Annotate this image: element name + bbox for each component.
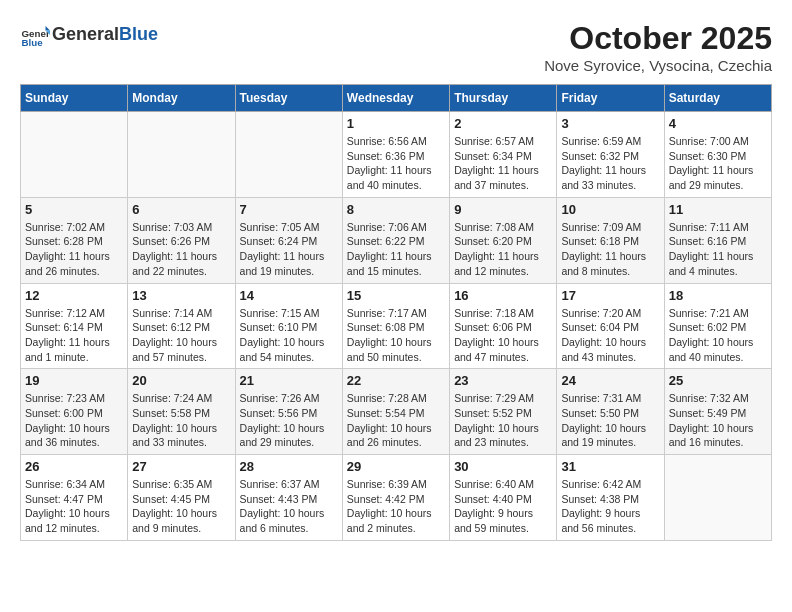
calendar-cell: 15Sunrise: 7:17 AM Sunset: 6:08 PM Dayli… — [342, 283, 449, 369]
day-number: 13 — [132, 288, 230, 303]
svg-text:Blue: Blue — [22, 37, 44, 48]
calendar-cell: 1Sunrise: 6:56 AM Sunset: 6:36 PM Daylig… — [342, 112, 449, 198]
calendar-cell: 9Sunrise: 7:08 AM Sunset: 6:20 PM Daylig… — [450, 197, 557, 283]
location: Nove Syrovice, Vysocina, Czechia — [544, 57, 772, 74]
calendar-cell: 26Sunrise: 6:34 AM Sunset: 4:47 PM Dayli… — [21, 455, 128, 541]
calendar-cell: 18Sunrise: 7:21 AM Sunset: 6:02 PM Dayli… — [664, 283, 771, 369]
calendar-cell: 22Sunrise: 7:28 AM Sunset: 5:54 PM Dayli… — [342, 369, 449, 455]
calendar-cell: 24Sunrise: 7:31 AM Sunset: 5:50 PM Dayli… — [557, 369, 664, 455]
weekday-header-saturday: Saturday — [664, 85, 771, 112]
day-number: 11 — [669, 202, 767, 217]
calendar-cell — [235, 112, 342, 198]
calendar-cell: 29Sunrise: 6:39 AM Sunset: 4:42 PM Dayli… — [342, 455, 449, 541]
day-info: Sunrise: 7:00 AM Sunset: 6:30 PM Dayligh… — [669, 134, 767, 193]
day-info: Sunrise: 7:24 AM Sunset: 5:58 PM Dayligh… — [132, 391, 230, 450]
calendar-cell: 5Sunrise: 7:02 AM Sunset: 6:28 PM Daylig… — [21, 197, 128, 283]
calendar-cell — [21, 112, 128, 198]
day-info: Sunrise: 6:59 AM Sunset: 6:32 PM Dayligh… — [561, 134, 659, 193]
day-number: 18 — [669, 288, 767, 303]
calendar-cell — [664, 455, 771, 541]
day-info: Sunrise: 7:29 AM Sunset: 5:52 PM Dayligh… — [454, 391, 552, 450]
day-info: Sunrise: 7:17 AM Sunset: 6:08 PM Dayligh… — [347, 306, 445, 365]
calendar-cell: 2Sunrise: 6:57 AM Sunset: 6:34 PM Daylig… — [450, 112, 557, 198]
calendar-cell: 31Sunrise: 6:42 AM Sunset: 4:38 PM Dayli… — [557, 455, 664, 541]
day-number: 25 — [669, 373, 767, 388]
calendar-cell: 23Sunrise: 7:29 AM Sunset: 5:52 PM Dayli… — [450, 369, 557, 455]
day-number: 17 — [561, 288, 659, 303]
logo: General Blue GeneralBlue — [20, 20, 158, 50]
day-number: 6 — [132, 202, 230, 217]
day-number: 24 — [561, 373, 659, 388]
day-number: 2 — [454, 116, 552, 131]
day-number: 3 — [561, 116, 659, 131]
day-info: Sunrise: 7:06 AM Sunset: 6:22 PM Dayligh… — [347, 220, 445, 279]
day-info: Sunrise: 7:20 AM Sunset: 6:04 PM Dayligh… — [561, 306, 659, 365]
weekday-header-friday: Friday — [557, 85, 664, 112]
day-number: 9 — [454, 202, 552, 217]
day-number: 12 — [25, 288, 123, 303]
calendar-cell: 16Sunrise: 7:18 AM Sunset: 6:06 PM Dayli… — [450, 283, 557, 369]
calendar-cell: 19Sunrise: 7:23 AM Sunset: 6:00 PM Dayli… — [21, 369, 128, 455]
day-number: 5 — [25, 202, 123, 217]
day-number: 29 — [347, 459, 445, 474]
day-info: Sunrise: 6:40 AM Sunset: 4:40 PM Dayligh… — [454, 477, 552, 536]
calendar-cell: 13Sunrise: 7:14 AM Sunset: 6:12 PM Dayli… — [128, 283, 235, 369]
day-info: Sunrise: 7:12 AM Sunset: 6:14 PM Dayligh… — [25, 306, 123, 365]
day-info: Sunrise: 7:09 AM Sunset: 6:18 PM Dayligh… — [561, 220, 659, 279]
calendar-cell: 14Sunrise: 7:15 AM Sunset: 6:10 PM Dayli… — [235, 283, 342, 369]
calendar-cell: 25Sunrise: 7:32 AM Sunset: 5:49 PM Dayli… — [664, 369, 771, 455]
calendar-cell: 27Sunrise: 6:35 AM Sunset: 4:45 PM Dayli… — [128, 455, 235, 541]
day-info: Sunrise: 7:03 AM Sunset: 6:26 PM Dayligh… — [132, 220, 230, 279]
weekday-header-thursday: Thursday — [450, 85, 557, 112]
day-number: 20 — [132, 373, 230, 388]
day-info: Sunrise: 6:56 AM Sunset: 6:36 PM Dayligh… — [347, 134, 445, 193]
day-info: Sunrise: 6:37 AM Sunset: 4:43 PM Dayligh… — [240, 477, 338, 536]
day-info: Sunrise: 7:05 AM Sunset: 6:24 PM Dayligh… — [240, 220, 338, 279]
weekday-header-row: SundayMondayTuesdayWednesdayThursdayFrid… — [21, 85, 772, 112]
logo-general: General — [52, 24, 119, 44]
calendar-cell: 30Sunrise: 6:40 AM Sunset: 4:40 PM Dayli… — [450, 455, 557, 541]
calendar-cell: 21Sunrise: 7:26 AM Sunset: 5:56 PM Dayli… — [235, 369, 342, 455]
logo-blue: Blue — [119, 24, 158, 44]
day-info: Sunrise: 7:31 AM Sunset: 5:50 PM Dayligh… — [561, 391, 659, 450]
day-info: Sunrise: 6:42 AM Sunset: 4:38 PM Dayligh… — [561, 477, 659, 536]
calendar-week-row: 12Sunrise: 7:12 AM Sunset: 6:14 PM Dayli… — [21, 283, 772, 369]
title-block: October 2025 Nove Syrovice, Vysocina, Cz… — [544, 20, 772, 74]
day-info: Sunrise: 6:34 AM Sunset: 4:47 PM Dayligh… — [25, 477, 123, 536]
day-number: 14 — [240, 288, 338, 303]
day-number: 22 — [347, 373, 445, 388]
day-info: Sunrise: 7:28 AM Sunset: 5:54 PM Dayligh… — [347, 391, 445, 450]
day-info: Sunrise: 7:02 AM Sunset: 6:28 PM Dayligh… — [25, 220, 123, 279]
day-number: 30 — [454, 459, 552, 474]
day-number: 10 — [561, 202, 659, 217]
day-info: Sunrise: 7:11 AM Sunset: 6:16 PM Dayligh… — [669, 220, 767, 279]
calendar-table: SundayMondayTuesdayWednesdayThursdayFrid… — [20, 84, 772, 541]
calendar-cell: 3Sunrise: 6:59 AM Sunset: 6:32 PM Daylig… — [557, 112, 664, 198]
day-info: Sunrise: 7:18 AM Sunset: 6:06 PM Dayligh… — [454, 306, 552, 365]
calendar-cell: 8Sunrise: 7:06 AM Sunset: 6:22 PM Daylig… — [342, 197, 449, 283]
calendar-week-row: 26Sunrise: 6:34 AM Sunset: 4:47 PM Dayli… — [21, 455, 772, 541]
calendar-cell: 7Sunrise: 7:05 AM Sunset: 6:24 PM Daylig… — [235, 197, 342, 283]
day-info: Sunrise: 6:39 AM Sunset: 4:42 PM Dayligh… — [347, 477, 445, 536]
day-info: Sunrise: 6:35 AM Sunset: 4:45 PM Dayligh… — [132, 477, 230, 536]
day-info: Sunrise: 7:26 AM Sunset: 5:56 PM Dayligh… — [240, 391, 338, 450]
day-number: 31 — [561, 459, 659, 474]
day-info: Sunrise: 7:14 AM Sunset: 6:12 PM Dayligh… — [132, 306, 230, 365]
calendar-week-row: 1Sunrise: 6:56 AM Sunset: 6:36 PM Daylig… — [21, 112, 772, 198]
calendar-week-row: 5Sunrise: 7:02 AM Sunset: 6:28 PM Daylig… — [21, 197, 772, 283]
day-number: 7 — [240, 202, 338, 217]
day-info: Sunrise: 7:15 AM Sunset: 6:10 PM Dayligh… — [240, 306, 338, 365]
calendar-cell: 12Sunrise: 7:12 AM Sunset: 6:14 PM Dayli… — [21, 283, 128, 369]
weekday-header-sunday: Sunday — [21, 85, 128, 112]
day-info: Sunrise: 7:32 AM Sunset: 5:49 PM Dayligh… — [669, 391, 767, 450]
logo-icon: General Blue — [20, 20, 50, 50]
day-info: Sunrise: 7:08 AM Sunset: 6:20 PM Dayligh… — [454, 220, 552, 279]
month-title: October 2025 — [544, 20, 772, 57]
day-info: Sunrise: 7:21 AM Sunset: 6:02 PM Dayligh… — [669, 306, 767, 365]
page-header: General Blue GeneralBlue October 2025 No… — [20, 20, 772, 74]
day-number: 4 — [669, 116, 767, 131]
day-info: Sunrise: 7:23 AM Sunset: 6:00 PM Dayligh… — [25, 391, 123, 450]
day-number: 27 — [132, 459, 230, 474]
calendar-cell: 20Sunrise: 7:24 AM Sunset: 5:58 PM Dayli… — [128, 369, 235, 455]
day-number: 15 — [347, 288, 445, 303]
